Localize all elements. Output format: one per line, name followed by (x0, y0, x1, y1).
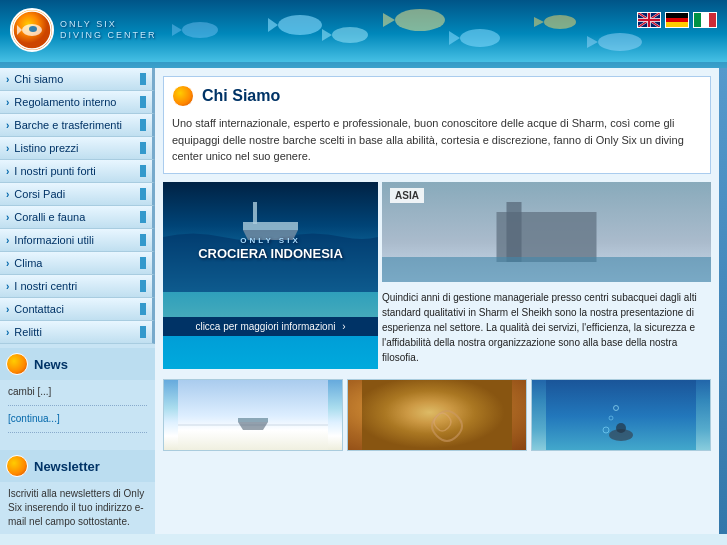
nav-item-relitti[interactable]: › Relitti (0, 321, 155, 344)
nav-label: Informazioni utili (14, 234, 93, 246)
news-icon (6, 353, 28, 375)
nav-item-punti-forti[interactable]: › I nostri punti forti (0, 160, 155, 183)
svg-rect-33 (178, 380, 328, 451)
nav-label: Barche e trasferimenti (14, 119, 122, 131)
svg-point-5 (395, 9, 445, 31)
nav-arrow: › (6, 304, 9, 315)
svg-point-3 (332, 27, 368, 43)
divider (8, 432, 147, 433)
nav-item-contattaci[interactable]: › Contattaci (0, 298, 155, 321)
logo[interactable]: ONLY SIX DIVING CENTER (10, 8, 157, 52)
nav-label: Listino prezzi (14, 142, 78, 154)
svg-rect-15 (0, 62, 727, 68)
svg-rect-26 (243, 222, 298, 230)
nav-accent-bar (140, 165, 146, 177)
newsletter-section: Newsletter Iscriviti alla newsletters di… (0, 450, 155, 534)
nav-item-centri[interactable]: › I nostri centri (0, 275, 155, 298)
nav-label: Contattaci (14, 303, 64, 315)
right-accent-column (719, 68, 727, 534)
svg-rect-24 (648, 13, 650, 28)
nav-accent-bar (140, 326, 146, 338)
svg-point-9 (544, 15, 576, 29)
nav-label: Regolamento interno (14, 96, 116, 108)
nav-label: Relitti (14, 326, 42, 338)
nav-label: I nostri centri (14, 280, 77, 292)
nav-label: Corsi Padi (14, 188, 65, 200)
nav-accent-bar (140, 142, 146, 154)
nav-menu: › Chi siamo › Regolamento interno › Barc… (0, 68, 155, 344)
flag-uk[interactable] (637, 12, 661, 28)
news-readmore-link[interactable]: [continua...] (8, 412, 147, 426)
asia-label: ASIA (390, 188, 424, 203)
header: ONLY SIX DIVING CENTER (0, 0, 727, 68)
svg-rect-31 (507, 202, 522, 262)
flag-it[interactable] (693, 12, 717, 28)
logo-name: ONLY SIX (60, 19, 157, 30)
nav-label: Chi siamo (14, 73, 63, 85)
photo-shell (347, 379, 527, 451)
svg-rect-27 (253, 202, 257, 224)
sidebar: › Chi siamo › Regolamento interno › Barc… (0, 68, 155, 534)
nav-item-regolamento[interactable]: › Regolamento interno (0, 91, 155, 114)
news-text: cambi [...] (8, 386, 51, 397)
nav-accent-bar (140, 96, 146, 108)
crociera-caption: clicca per maggiori informazioni › (163, 317, 378, 336)
svg-point-1 (278, 15, 322, 35)
main-layout: › Chi siamo › Regolamento interno › Barc… (0, 68, 727, 534)
nav-accent-bar (140, 303, 146, 315)
language-flags (637, 12, 717, 28)
nav-accent-bar (140, 188, 146, 200)
nav-item-chi-siamo[interactable]: › Chi siamo (0, 68, 155, 91)
chi-siamo-text: Uno staff internazionale, esperto e prof… (172, 115, 702, 165)
newsletter-text: Iscriviti alla newsletters di Only Six i… (8, 488, 144, 527)
photo-dive (531, 379, 711, 451)
newsletter-header: Newsletter (0, 450, 155, 482)
nav-label: Clima (14, 257, 42, 269)
nav-item-coralli[interactable]: › Coralli e fauna (0, 206, 155, 229)
svg-rect-35 (238, 418, 268, 422)
nav-arrow: › (6, 235, 9, 246)
news-content: cambi [...] [continua...] (0, 380, 155, 444)
nav-arrow: › (6, 166, 9, 177)
nav-arrow: › (6, 258, 9, 269)
nav-accent-bar (140, 119, 146, 131)
asia-section: ASIA Quindici anni di gestione manageria… (382, 182, 711, 369)
nav-item-listino[interactable]: › Listino prezzi (0, 137, 155, 160)
banners-row: ONLY SIX CROCIERA INDONESIA clicca per m… (163, 182, 711, 369)
nav-arrow: › (6, 189, 9, 200)
svg-point-13 (182, 22, 218, 38)
flag-de[interactable] (665, 12, 689, 28)
nav-item-corsi[interactable]: › Corsi Padi (0, 183, 155, 206)
news-header: News (0, 348, 155, 380)
bottom-photos (163, 379, 711, 451)
nav-label: I nostri punti forti (14, 165, 95, 177)
arrow-icon: › (342, 321, 345, 332)
nav-arrow: › (6, 120, 9, 131)
asia-image: ASIA (382, 182, 711, 282)
main-content: Chi Siamo Uno staff internazionale, espe… (155, 68, 719, 534)
nav-accent-bar (140, 211, 146, 223)
nav-arrow: › (6, 212, 9, 223)
crociera-image: ONLY SIX CROCIERA INDONESIA (163, 182, 378, 317)
svg-marker-36 (238, 422, 268, 430)
nav-arrow: › (6, 143, 9, 154)
news-section: News cambi [...] [continua...] (0, 348, 155, 444)
crociera-logo: ONLY SIX CROCIERA INDONESIA (198, 236, 343, 261)
nav-arrow: › (6, 74, 9, 85)
chi-siamo-header: Chi Siamo (172, 85, 702, 107)
nav-item-barche[interactable]: › Barche e trasferimenti (0, 114, 155, 137)
svg-point-7 (460, 29, 500, 47)
newsletter-icon (6, 455, 28, 477)
crociera-name-label: ONLY SIX (198, 236, 343, 246)
crociera-banner[interactable]: ONLY SIX CROCIERA INDONESIA clicca per m… (163, 182, 378, 369)
chi-siamo-title: Chi Siamo (202, 87, 280, 105)
nav-label: Coralli e fauna (14, 211, 85, 223)
svg-point-18 (29, 26, 37, 32)
asia-description: Quindici anni di gestione manageriale pr… (382, 286, 711, 369)
nav-item-clima[interactable]: › Clima (0, 252, 155, 275)
newsletter-title: Newsletter (34, 459, 100, 474)
nav-accent-bar (140, 257, 146, 269)
nav-item-informazioni[interactable]: › Informazioni utili (0, 229, 155, 252)
logo-subtitle: DIVING CENTER (60, 30, 157, 41)
nav-arrow: › (6, 327, 9, 338)
